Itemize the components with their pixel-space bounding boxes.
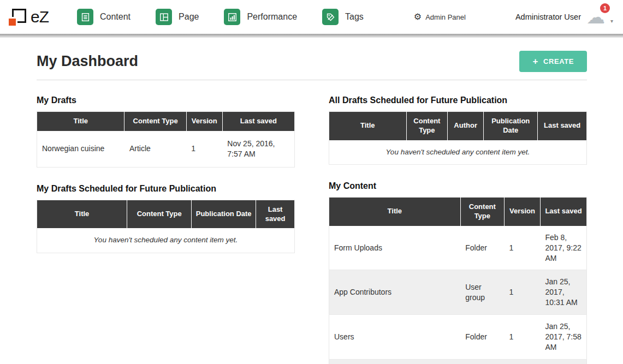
column-header: Title — [37, 112, 124, 131]
cell-version: 1 — [504, 359, 540, 364]
table-row[interactable]: App Folder 1 Jan 25, 2017, 7:55 AM — [329, 359, 587, 364]
column-header: Publication Date — [484, 112, 538, 140]
my-drafts-table: Title Content Type Version Last saved No… — [37, 111, 295, 168]
column-header: Last saved — [541, 198, 587, 226]
my-drafts-section: My Drafts Title Content Type Version Las… — [37, 96, 295, 168]
create-button[interactable]: + CREATE — [519, 51, 587, 72]
nav-item-label: Page — [179, 12, 199, 22]
cell-version: 1 — [504, 270, 540, 315]
ez-logo-icon — [8, 8, 27, 26]
cell-version: 1 — [186, 131, 222, 167]
nav-item-label: Tags — [345, 12, 364, 22]
column-header: Content Type — [460, 198, 504, 226]
cell-content-type: Folder — [460, 315, 504, 360]
nav-item-page[interactable]: Page — [156, 9, 199, 25]
column-header: Last saved — [222, 112, 294, 131]
create-button-label: CREATE — [543, 57, 574, 65]
column-header: Author — [448, 112, 484, 140]
user-area: Administrator User ☁ 1 ▾ — [515, 8, 613, 26]
title-divider — [37, 80, 587, 80]
column-header: Version — [186, 112, 222, 131]
user-name: Administrator User — [515, 13, 581, 21]
cell-title: App Contributors — [329, 270, 461, 315]
empty-message: You haven't scheduled any content item y… — [329, 140, 587, 165]
nav-item-content[interactable]: Content — [77, 9, 130, 25]
column-header: Last saved — [538, 112, 587, 140]
column-header: Content Type — [124, 112, 186, 131]
cell-title: Form Uploads — [329, 226, 461, 270]
my-drafts-scheduled-table: Title Content Type Publication Date Last… — [37, 200, 295, 253]
my-content-table: Title Content Type Version Last saved Fo… — [329, 197, 587, 364]
cell-last-saved: Nov 25, 2016, 7:57 AM — [222, 131, 294, 167]
ez-logo-orange-square — [9, 19, 16, 26]
tags-icon — [322, 9, 339, 25]
table-row[interactable]: Users Folder 1 Jan 25, 2017, 7:58 AM — [329, 315, 587, 360]
all-drafts-scheduled-table: Title Content Type Author Publication Da… — [329, 111, 587, 165]
cell-title: Norwegian cuisine — [37, 131, 124, 167]
section-title: My Drafts — [37, 96, 295, 105]
section-title: All Drafts Scheduled for Future Publicat… — [329, 96, 587, 105]
column-header: Last saved — [256, 200, 295, 228]
all-drafts-scheduled-section: All Drafts Scheduled for Future Publicat… — [329, 96, 587, 165]
nav-item-performance[interactable]: Performance — [224, 9, 297, 25]
cell-content-type: Folder — [460, 226, 504, 270]
dashboard-main: My Dashboard + CREATE My Drafts Title Co… — [0, 38, 623, 364]
section-title: My Content — [329, 181, 587, 191]
plus-icon: + — [532, 57, 538, 66]
page-icon — [156, 9, 172, 25]
empty-row: You haven't scheduled any content item y… — [329, 140, 587, 165]
notification-badge[interactable]: 1 — [600, 3, 610, 13]
my-content-section: My Content Title Content Type Version La… — [329, 181, 587, 364]
empty-message: You haven't scheduled any content item y… — [37, 228, 295, 253]
table-row[interactable]: App Contributors User group 1 Jan 25, 20… — [329, 270, 587, 315]
section-title: My Drafts Scheduled for Future Publicati… — [37, 184, 295, 194]
right-column: All Drafts Scheduled for Future Publicat… — [329, 96, 587, 364]
cell-last-saved: Jan 25, 2017, 10:31 AM — [541, 270, 587, 315]
cell-title: App — [329, 359, 461, 364]
top-nav-bar: eZ Content Page — [0, 0, 623, 34]
cell-title: Users — [329, 315, 461, 360]
cell-content-type: Article — [124, 131, 186, 167]
left-column: My Drafts Title Content Type Version Las… — [37, 96, 295, 364]
cell-last-saved: Jan 25, 2017, 7:55 AM — [541, 359, 587, 364]
nav-shadow-divider — [0, 34, 623, 38]
main-nav: Content Page Performance — [77, 9, 364, 25]
column-header: Content Type — [406, 112, 448, 140]
ez-logo[interactable]: eZ — [8, 8, 49, 26]
nav-item-label: Content — [100, 12, 130, 22]
chevron-down-icon[interactable]: ▾ — [610, 18, 613, 24]
ez-logo-text: eZ — [31, 8, 49, 26]
admin-panel-link[interactable]: ⚙ Admin Panel — [414, 13, 466, 21]
page-title: My Dashboard — [37, 53, 138, 70]
user-avatar[interactable]: ☁ 1 — [586, 8, 605, 26]
column-header: Title — [37, 200, 127, 228]
content-icon — [77, 9, 93, 25]
column-header: Content Type — [127, 200, 192, 228]
gear-icon: ⚙ — [414, 13, 422, 21]
column-header: Title — [329, 198, 461, 226]
table-row[interactable]: Form Uploads Folder 1 Feb 8, 2017, 9:22 … — [329, 226, 587, 270]
nav-item-tags[interactable]: Tags — [322, 9, 364, 25]
empty-row: You haven't scheduled any content item y… — [37, 228, 295, 253]
my-drafts-scheduled-section: My Drafts Scheduled for Future Publicati… — [37, 184, 295, 253]
column-header: Title — [329, 112, 407, 140]
admin-panel-label: Admin Panel — [425, 13, 466, 21]
nav-item-label: Performance — [247, 12, 297, 22]
cell-last-saved: Feb 8, 2017, 9:22 AM — [541, 226, 587, 270]
performance-icon — [224, 9, 240, 25]
table-row[interactable]: Norwegian cuisine Article 1 Nov 25, 2016… — [37, 131, 295, 167]
cell-version: 1 — [504, 226, 540, 270]
column-header: Publication Date — [192, 200, 256, 228]
cell-last-saved: Jan 25, 2017, 7:58 AM — [541, 315, 587, 360]
cell-content-type: User group — [460, 270, 504, 315]
column-header: Version — [504, 198, 540, 226]
cell-version: 1 — [504, 315, 540, 360]
cell-content-type: Folder — [460, 359, 504, 364]
